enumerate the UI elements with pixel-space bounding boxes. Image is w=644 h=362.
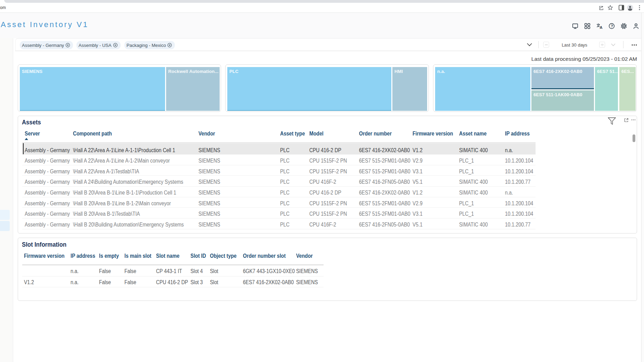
svg-text:?: ?: [611, 24, 613, 28]
svg-text:A: A: [600, 25, 603, 30]
